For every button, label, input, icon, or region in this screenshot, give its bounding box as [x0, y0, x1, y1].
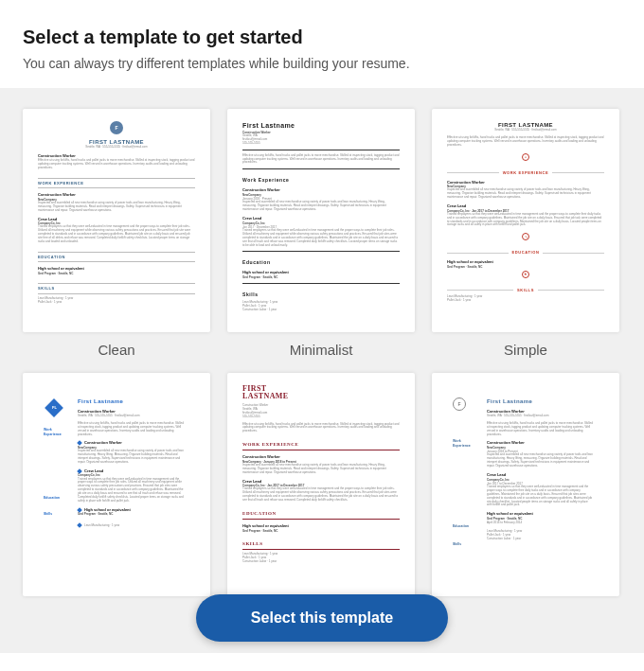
template-label: Simple: [504, 342, 547, 358]
template-card-clean[interactable]: F FIRST LASTNAME Seattle, WA · 555-555-5…: [23, 109, 210, 332]
diamond-bullet-icon: [77, 522, 82, 528]
avatar-circle: F: [110, 121, 123, 134]
template-card-minimalist[interactable]: First Lastname Construction Worker Seatt…: [227, 109, 415, 332]
resume-name: FIRSTLASTNAME: [242, 385, 400, 400]
briefcase-icon: ⌂: [522, 153, 529, 161]
avatar-outline-icon: F: [453, 397, 466, 411]
select-template-button[interactable]: Select this template: [196, 594, 448, 642]
skills-icon: ★: [522, 271, 529, 278]
template-card-simple[interactable]: FIRST LASTNAME Seattle, WA · 555-555-555…: [432, 109, 619, 332]
page-subtitle: You can always try different templates w…: [23, 56, 621, 71]
template-card-circle[interactable]: F WorkExperience Education Skills First …: [432, 373, 619, 596]
template-card-serif[interactable]: FIRSTLASTNAME Construction WorkerSeattle…: [227, 373, 415, 596]
resume-name: First Lastname: [78, 397, 184, 405]
template-label: Minimalist: [290, 342, 353, 358]
template-gallery: F FIRST LASTNAME Seattle, WA · 555-555-5…: [0, 88, 644, 653]
education-icon: ✎: [522, 233, 529, 240]
page-title: Select a template to get started: [23, 26, 621, 48]
resume-name: First Lastname: [242, 121, 400, 131]
resume-name: First Lastname: [487, 397, 593, 405]
template-label: Clean: [98, 342, 134, 358]
template-card-diamond[interactable]: FL WorkExperience Education Skills First…: [23, 373, 210, 596]
diamond-icon: FL: [45, 398, 63, 417]
